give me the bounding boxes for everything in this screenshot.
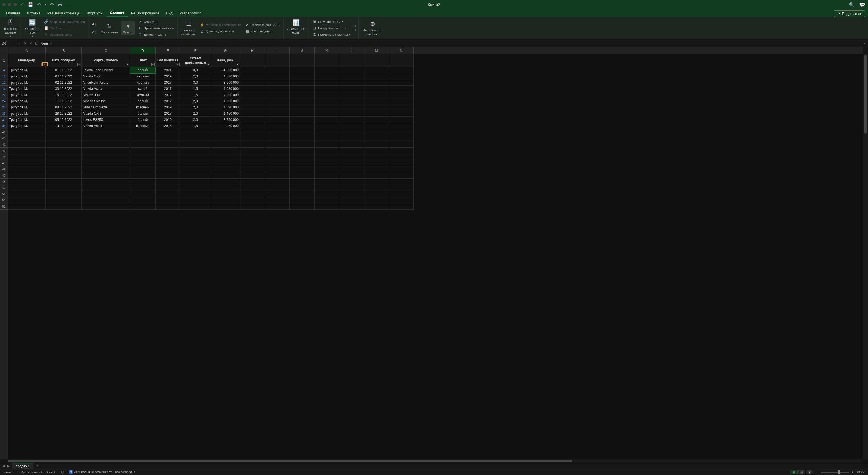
cell[interactable] — [211, 154, 240, 160]
cell[interactable]: 1 450 000 — [211, 110, 240, 117]
cell[interactable] — [45, 148, 82, 154]
cell[interactable] — [339, 191, 364, 197]
cell[interactable] — [314, 67, 339, 73]
tab-review[interactable]: Рецензирование — [128, 9, 163, 17]
cell[interactable] — [265, 197, 290, 203]
cell[interactable] — [389, 110, 414, 117]
filter-dropdown-button[interactable]: ▾ — [176, 63, 180, 66]
cell[interactable]: жёлтый — [130, 92, 156, 98]
formula-input[interactable]: белый — [40, 41, 862, 45]
cell[interactable] — [240, 110, 265, 117]
cell[interactable] — [130, 203, 156, 210]
cell[interactable] — [389, 135, 414, 141]
home-icon[interactable]: ⌂ — [21, 2, 24, 7]
cell[interactable] — [314, 154, 339, 160]
cell[interactable] — [389, 166, 414, 172]
cell[interactable] — [339, 179, 364, 185]
tab-insert[interactable]: Вставка — [23, 9, 44, 17]
properties-button[interactable]: 📋Свойства — [43, 25, 86, 31]
row-header[interactable]: 22 — [0, 92, 8, 98]
cell[interactable] — [130, 129, 156, 135]
cell[interactable]: 1 690 000 — [211, 104, 240, 110]
cell[interactable] — [364, 110, 389, 117]
cell[interactable]: 1,5 — [180, 123, 211, 129]
cell[interactable]: 11.11.2022 — [45, 98, 82, 104]
cell[interactable]: 1,5 — [180, 86, 211, 92]
tab-home[interactable]: Главная — [3, 9, 23, 17]
cell[interactable]: красный — [130, 104, 156, 110]
cell[interactable]: 2019 — [156, 117, 180, 123]
cell[interactable] — [240, 191, 265, 197]
cell[interactable] — [364, 141, 389, 148]
cell[interactable]: Mitsubishi Pajero — [82, 80, 130, 86]
row-header[interactable]: 49 — [0, 185, 8, 191]
cell[interactable] — [389, 86, 414, 92]
cell[interactable] — [240, 141, 265, 148]
cell[interactable] — [290, 191, 314, 197]
cell[interactable] — [290, 185, 314, 191]
cell[interactable] — [364, 185, 389, 191]
row-header[interactable]: 19 — [0, 86, 8, 92]
zoom-thumb[interactable] — [838, 471, 840, 474]
horizontal-scrollbar[interactable] — [8, 459, 863, 463]
row-header[interactable]: 44 — [0, 154, 8, 160]
filter-dropdown-button[interactable]: ▾ — [207, 63, 210, 66]
group-button[interactable]: ⊞Сгруппировать▾ — [311, 19, 351, 25]
cell[interactable]: 3,3 — [180, 67, 211, 73]
cell[interactable] — [314, 86, 339, 92]
header-cell[interactable] — [389, 54, 414, 67]
cell[interactable] — [389, 203, 414, 210]
cell[interactable] — [339, 92, 364, 98]
cell[interactable] — [240, 172, 265, 179]
header-cell[interactable] — [290, 54, 314, 67]
cell[interactable] — [240, 135, 265, 141]
cell[interactable] — [290, 104, 314, 110]
row-header[interactable]: 46 — [0, 166, 8, 172]
cell[interactable] — [265, 110, 290, 117]
cell[interactable] — [265, 67, 290, 73]
cell[interactable]: Mazda Axela — [82, 123, 130, 129]
cell[interactable] — [290, 172, 314, 179]
cell[interactable]: 2,0 — [180, 110, 211, 117]
consolidate-button[interactable]: ▦Консолидация — [244, 28, 281, 34]
view-normal-button[interactable]: ▦ — [790, 470, 798, 474]
cell[interactable]: Nissan Skyline — [82, 98, 130, 104]
cell[interactable]: 28.10.2022 — [45, 110, 82, 117]
cell[interactable] — [290, 203, 314, 210]
cell[interactable]: Тригубов М. — [8, 110, 45, 117]
row-header[interactable]: 51 — [0, 197, 8, 203]
cell[interactable] — [240, 67, 265, 73]
cell[interactable] — [265, 160, 290, 166]
sort-button[interactable]: ⇅ Сортировка — [99, 21, 120, 35]
cell[interactable] — [290, 80, 314, 86]
cell[interactable] — [265, 148, 290, 154]
cell[interactable] — [240, 129, 265, 135]
header-cell[interactable] — [265, 54, 290, 67]
row-header[interactable]: 45 — [0, 160, 8, 166]
cell[interactable] — [45, 191, 82, 197]
cell[interactable] — [156, 179, 180, 185]
sheet-prev-icon[interactable]: ◀ — [2, 464, 5, 468]
cell[interactable] — [339, 154, 364, 160]
cell[interactable] — [314, 135, 339, 141]
cell[interactable] — [339, 123, 364, 129]
cell[interactable] — [389, 148, 414, 154]
cell[interactable] — [364, 67, 389, 73]
cell[interactable] — [290, 154, 314, 160]
row-header[interactable]: 11 — [0, 80, 8, 86]
filter-button[interactable]: ▼ Фильтр — [121, 21, 135, 35]
cell[interactable]: 2015 — [156, 123, 180, 129]
column-header-F[interactable]: F — [180, 47, 211, 54]
cell[interactable] — [339, 172, 364, 179]
cell[interactable] — [290, 123, 314, 129]
cell[interactable] — [240, 98, 265, 104]
cell[interactable]: 2019 — [156, 73, 180, 80]
analysis-tools-button[interactable]: ⚙ Инструменты анализа — [361, 19, 384, 37]
cell[interactable] — [45, 154, 82, 160]
accept-icon[interactable]: ✓ — [29, 41, 32, 45]
column-header-C[interactable]: C — [82, 47, 130, 54]
cell[interactable] — [339, 117, 364, 123]
reapply-filter-button[interactable]: ↻Применить повторно — [137, 25, 175, 31]
cell[interactable] — [265, 129, 290, 135]
cell[interactable] — [240, 166, 265, 172]
